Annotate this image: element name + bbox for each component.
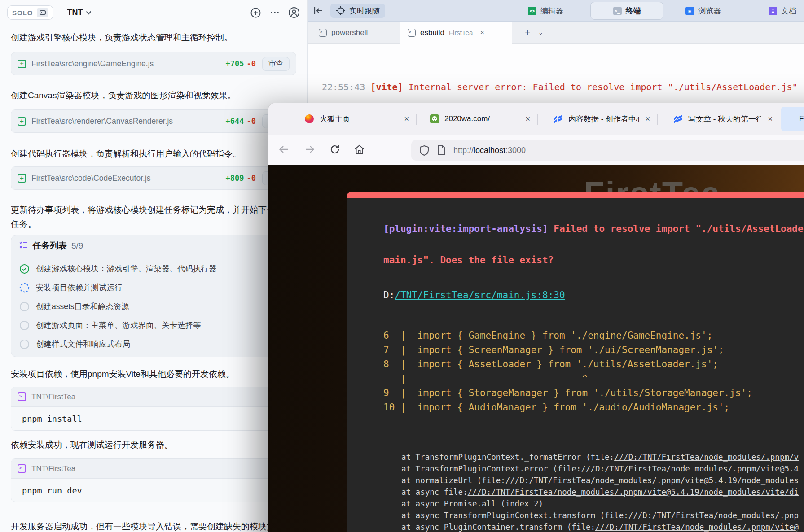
task-status-pending-icon [19,301,30,312]
stack-file-link[interactable]: ///D:/TNT/FirstTea/node_modules/.pnpm/vi… [581,464,799,473]
code-frame-line: 7 | import { ScreenManager } from './ui/… [383,343,804,357]
close-icon[interactable]: × [480,28,484,37]
url-text: http://localhost:3000 [453,146,526,155]
creator-icon [554,114,563,124]
more-icon[interactable] [269,7,280,18]
terminal-command[interactable]: pnpm install [11,407,296,430]
review-button[interactable]: 审查 [262,57,290,71]
browser-tab[interactable]: 2020wa.com/× [417,107,536,131]
terminal-command[interactable]: pnpm run dev [11,479,296,502]
home-icon[interactable] [354,144,365,157]
task-item-label: 创建游戏核心模块：游戏引擎、渲染器、代码执行器 [36,263,217,274]
ide-tab-浏览器[interactable]: ▣浏览器 [685,0,721,22]
browser-tab[interactable]: 火狐主页× [292,107,415,131]
chat-message: 创建Canvas渲染器模块，负责游戏的图形渲染和视觉效果。 [11,88,286,103]
stack-frame: at async PluginContainer.transform (file… [401,521,804,532]
file-diff-card[interactable]: FirstTea\src\engine\GameEngine.js+705-0审… [11,52,296,75]
shield-icon[interactable] [419,145,429,156]
chat-panel: SOLO TNT 创建游戏引擎核心模块，负责游戏状态管理和主循环控制。First… [0,0,308,532]
live-follow-button[interactable]: 实时跟随 [330,4,385,18]
close-icon[interactable]: × [525,114,530,124]
divider [537,114,538,125]
terminal-tab-label: powershell [331,28,368,37]
task-item[interactable]: 创建assets目录和静态资源 [11,297,296,316]
stack-file-link[interactable]: ///D:/TNT/FirstTea/node_modules/.pnpm/vi… [468,488,799,497]
chat-message: 创建游戏引擎核心模块，负责游戏状态管理和主循环控制。 [11,31,286,45]
browser-tab[interactable]: Firs [781,107,804,131]
file-diff-card[interactable]: FirstTea\src\renderer\CanvasRenderer.js+… [11,109,296,133]
ide-tab-文档[interactable]: ≡文档 [769,0,796,22]
terminal-command-card: TNT\FirstTeapnpm run dev [11,458,296,502]
address-bar[interactable]: http://localhost:3000 [411,140,804,161]
task-status-pending-icon [19,339,30,349]
task-list-header: 任务列表5/9 [11,235,296,256]
terminal-tab-esbuild[interactable]: esbuildFirstTea× [400,22,512,44]
browser-tab-title: 2020wa.com/ [444,114,519,123]
task-item[interactable]: 创建游戏核心模块：游戏引擎、渲染器、代码执行器 [11,259,296,278]
terminal-cwd: TNT\FirstTea [31,392,75,401]
close-icon[interactable]: × [645,114,650,124]
lines-removed: -0 [247,117,256,126]
page-viewport: FirstTea [plugin:vite:import-analysis] F… [268,165,804,532]
error-file-link[interactable]: D:/TNT/FirstTea/src/main.js:8:30 [383,288,804,302]
skull-icon [430,114,439,123]
task-list-progress: 5/9 [71,241,83,251]
stack-file-link[interactable]: ///D:/TNT/FirstTea/node_modules/.pnpm/vi… [505,476,799,485]
reload-icon[interactable] [330,144,340,157]
page-info-icon[interactable] [437,145,446,156]
stack-file-link[interactable]: ///D:/TNT/FirstTea/node_modules/.pnp [628,511,799,520]
stack-text: at async Promise.all (index 2) [401,499,543,508]
creator-icon [673,114,683,124]
browser-tab[interactable]: 内容数据 - 创作者中心× [541,107,656,131]
lines-added: +809 [226,174,244,183]
terminal-tab-powershell[interactable]: powershell [308,22,400,44]
docs-icon: ≡ [769,7,777,15]
stack-text: at TransformPluginContext.error (file: [401,464,581,473]
stack-file-link[interactable]: ///D:/TNT/FirstTea/node_modules/.pnpm/vi… [595,523,799,532]
terminal-tab-sublabel: FirstTea [449,29,473,36]
close-icon[interactable]: × [768,114,773,124]
new-terminal-icon[interactable]: + [525,27,530,38]
task-item[interactable]: 创建游戏页面：主菜单、游戏界面、关卡选择等 [11,316,296,335]
close-icon[interactable]: × [404,114,409,124]
chat-message: 安装项目依赖，使用pnpm安装Vite和其他必要的开发依赖。 [11,367,286,381]
divider [416,114,417,125]
lines-removed: -0 [247,174,256,183]
lines-removed: -0 [247,59,256,68]
workspace-selector[interactable]: TNT [67,8,92,17]
file-diff-card[interactable]: FirstTea\src\code\CodeExecutor.js+809-0审… [11,166,296,190]
ide-tab-label: 浏览器 [698,6,721,16]
new-chat-icon[interactable] [250,7,261,18]
terminal-tabbar: powershellesbuildFirstTea× + ⌄ [308,22,804,44]
task-item-label: 安装项目依赖并测试运行 [36,282,123,293]
back-icon[interactable] [278,144,289,156]
chat-message: 依赖安装成功，现在测试运行开发服务器。 [11,438,286,452]
solo-mode-toggle[interactable]: SOLO [7,5,53,20]
terminal-card-header: TNT\FirstTea [11,459,296,479]
stack-frame: at TransformPluginContext._formatError (… [401,451,804,463]
task-item[interactable]: 安装项目依赖并测试运行 [11,278,296,297]
divider [61,8,61,17]
browser-tab[interactable]: 写文章 - 秋天的第一行× [661,107,779,131]
stack-frame: at TransformPluginContext.error (file://… [401,463,804,475]
file-added-icon [18,117,26,126]
stack-frame: at async file:///D:/TNT/FirstTea/node_mo… [401,486,804,498]
stack-file-link[interactable]: ///D:/TNT/FirstTea/node_modules/.pnpm/v [614,453,799,462]
error-message: main.js". Does the file exist? [383,253,804,267]
vite-error-overlay[interactable]: [plugin:vite:import-analysis] Failed to … [347,192,804,532]
task-status-done-icon [19,264,30,274]
ide-topbar: 实时跟随 <>编辑器>_终端▣浏览器≡文档 [308,0,804,22]
task-item[interactable]: 创建样式文件和响应式布局 [11,335,296,353]
terminal-menu-chevron-icon[interactable]: ⌄ [538,29,543,36]
browser-tab-title: 火狐主页 [320,114,398,124]
forward-icon[interactable] [304,144,315,156]
ide-tab-终端[interactable]: >_终端 [590,2,663,20]
task-list-body: 创建游戏核心模块：游戏引擎、渲染器、代码执行器安装项目依赖并测试运行创建asse… [11,256,296,357]
account-icon[interactable] [288,7,300,18]
collapse-sidebar-icon[interactable] [313,0,324,22]
ide-tab-编辑器[interactable]: <>编辑器 [528,0,563,22]
code-frame-line: 8 | import { AssetLoader } from './utils… [383,357,804,371]
code-frame-line: 10 | import { AudioManager } from './aud… [383,400,804,414]
solo-label: SOLO [12,9,33,17]
task-list-icon [18,240,28,252]
